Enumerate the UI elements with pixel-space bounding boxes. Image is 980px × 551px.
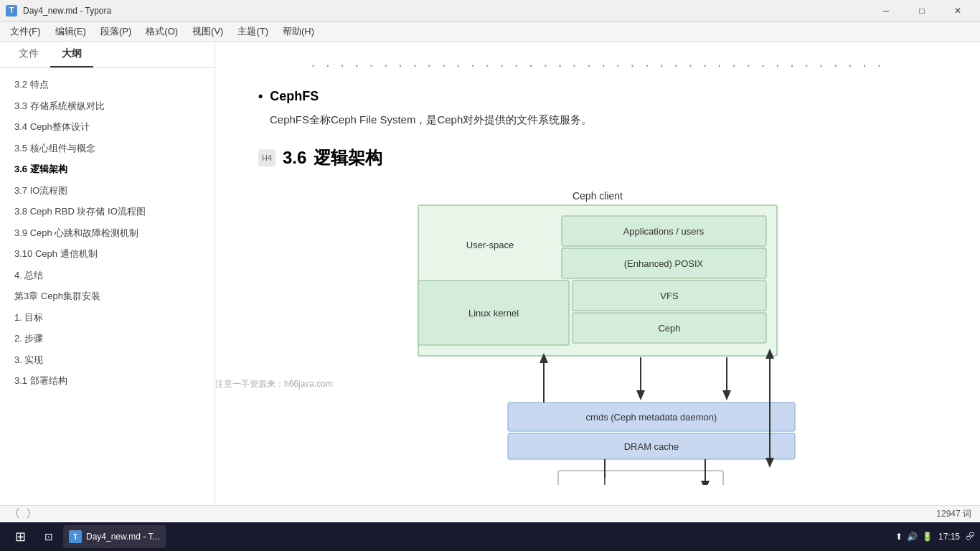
close-button[interactable]: ✕: [941, 0, 974, 22]
sys-tray: ⬆ 🔊 🔋: [895, 532, 933, 542]
outline-item-1[interactable]: 1. 目标: [0, 307, 215, 329]
section-title: 逻辑架构: [314, 146, 382, 169]
battery-icon: 🔋: [922, 532, 933, 542]
taskbar-app-icon: T: [69, 530, 82, 543]
section-number: 3.6: [283, 148, 306, 168]
outline-item-3-4[interactable]: 3.4 Ceph整体设计: [0, 116, 215, 138]
dram-label: DRAM cache: [624, 441, 679, 452]
scroll-ellipsis: · · · · · · · · · · · · · · · · · · · · …: [258, 56, 937, 75]
vfs-label: VFS: [660, 291, 679, 301]
outline-item-3-2[interactable]: 3.2 特点: [0, 74, 215, 95]
architecture-diagram: Ceph client User-space Applications / us…: [382, 184, 813, 485]
taskbar-right: ⬆ 🔊 🔋 17:15 🗪: [895, 532, 974, 542]
outline-item-3-7[interactable]: 3.7 IO流程图: [0, 180, 215, 202]
ceph-client-label: Ceph client: [573, 190, 623, 202]
status-nav: 〈 〉: [9, 507, 37, 522]
outline-item-3-1d[interactable]: 3.1 部署结构: [0, 370, 215, 392]
maximize-button[interactable]: □: [905, 0, 938, 22]
outline-item-3-3[interactable]: 3.3 存储系统横纵对比: [0, 95, 215, 117]
volume-icon: 🔊: [907, 532, 918, 542]
menu-help[interactable]: 帮助(H): [275, 22, 321, 41]
tab-file[interactable]: 文件: [7, 42, 50, 67]
status-bar: 〈 〉 12947 词: [0, 505, 980, 522]
sidebar-tabs: 文件 大纲: [0, 42, 215, 68]
notification-icon[interactable]: 🗪: [966, 532, 974, 542]
outline-item-3-5[interactable]: 3.5 核心组件与概念: [0, 138, 215, 159]
outline-item-3-10[interactable]: 3.10 Ceph 通信机制: [0, 243, 215, 265]
heading-icon: H4: [258, 149, 275, 166]
app-icon: T: [6, 5, 17, 17]
menu-paragraph[interactable]: 段落(P): [93, 22, 138, 41]
outline-item-3-8[interactable]: 3.8 Ceph RBD 块存储 IO流程图: [0, 201, 215, 222]
menu-format[interactable]: 格式(O): [138, 22, 185, 41]
start-button[interactable]: ⊞: [6, 525, 34, 548]
network-icon: ⬆: [895, 532, 903, 542]
taskbar: ⊞ ⊡ T Day4_new.md - T... ⬆ 🔊 🔋 17:15 🗪: [0, 522, 980, 551]
outline-item-ch3[interactable]: 第3章 Ceph集群安装: [0, 286, 215, 307]
arrow-head-down-left: [636, 390, 645, 400]
menu-file[interactable]: 文件(F): [3, 22, 48, 41]
arrow-head-down-right2: [765, 458, 774, 468]
user-space-label: User-space: [466, 240, 514, 250]
task-view-button[interactable]: ⊡: [37, 527, 60, 547]
minimize-button[interactable]: ─: [870, 0, 903, 22]
bullet-cephfs: • CephFS CephFS全称Ceph File System，是Ceph对…: [258, 89, 937, 129]
menu-edit[interactable]: 编辑(E): [48, 22, 93, 41]
cmds-label: cmds (Ceph metadata daemon): [586, 412, 717, 423]
nav-prev-button[interactable]: 〈: [9, 507, 20, 522]
cephfs-desc: CephFS全称Ceph File System，是Ceph对外提供的文件系统服…: [270, 110, 937, 129]
linux-kernel-label: Linux kernel: [468, 308, 519, 319]
outline-item-3-9[interactable]: 3.9 Ceph 心跳和故障检测机制: [0, 222, 215, 244]
word-count: 12947 词: [936, 508, 971, 520]
menu-bar: 文件(F) 编辑(E) 段落(P) 格式(O) 视图(V) 主题(T) 帮助(H…: [0, 22, 980, 42]
title-bar-left: T Day4_new.md - Typora: [6, 5, 111, 17]
tab-outline[interactable]: 大纲: [50, 42, 93, 67]
sidebar: 文件 大纲 3.2 特点 3.3 存储系统横纵对比 3.4 Ceph整体设计 3…: [0, 42, 215, 505]
window-title: Day4_new.md - Typora: [23, 6, 111, 16]
applications-label: Applications / users: [623, 226, 705, 237]
taskbar-time: 17:15: [938, 532, 960, 542]
ceph-inner-label: Ceph: [658, 323, 680, 334]
menu-view[interactable]: 视图(V): [185, 22, 230, 41]
taskbar-app-label: Day4_new.md - T...: [86, 532, 160, 542]
nav-next-button[interactable]: 〉: [26, 507, 37, 522]
menu-theme[interactable]: 主题(T): [230, 22, 275, 41]
outline-item-3-6[interactable]: 3.6 逻辑架构: [0, 159, 215, 180]
outline-item-2[interactable]: 2. 步骤: [0, 328, 215, 349]
outline-item-4[interactable]: 4. 总结: [0, 265, 215, 286]
taskbar-left: ⊞ ⊡ T Day4_new.md - T...: [6, 525, 166, 548]
content-area[interactable]: · · · · · · · · · · · · · · · · · · · · …: [215, 42, 980, 505]
main-area: 文件 大纲 3.2 特点 3.3 存储系统横纵对比 3.4 Ceph整体设计 3…: [0, 42, 980, 505]
taskbar-app-item[interactable]: T Day4_new.md - T...: [63, 525, 166, 548]
title-bar: T Day4_new.md - Typora ─ □ ✕: [0, 0, 980, 22]
window-controls: ─ □ ✕: [870, 0, 974, 22]
status-bar-right: 12947 词: [936, 508, 971, 520]
bullet-dot-icon: •: [258, 89, 263, 104]
cephfs-label: CephFS: [270, 89, 319, 104]
posix-label: (Enhanced) POSIX: [624, 258, 704, 269]
bullet-cephfs-title: • CephFS: [258, 89, 937, 104]
diagram-container: Ceph client User-space Applications / us…: [258, 184, 937, 485]
sidebar-content[interactable]: 3.2 特点 3.3 存储系统横纵对比 3.4 Ceph整体设计 3.5 核心组…: [0, 68, 215, 505]
outline-item-3[interactable]: 3. 实现: [0, 349, 215, 371]
section-3-6-heading: H4 3.6 逻辑架构: [258, 146, 937, 169]
bottom-partial-rect: [558, 471, 723, 485]
arrow-head-down-right: [722, 390, 731, 400]
